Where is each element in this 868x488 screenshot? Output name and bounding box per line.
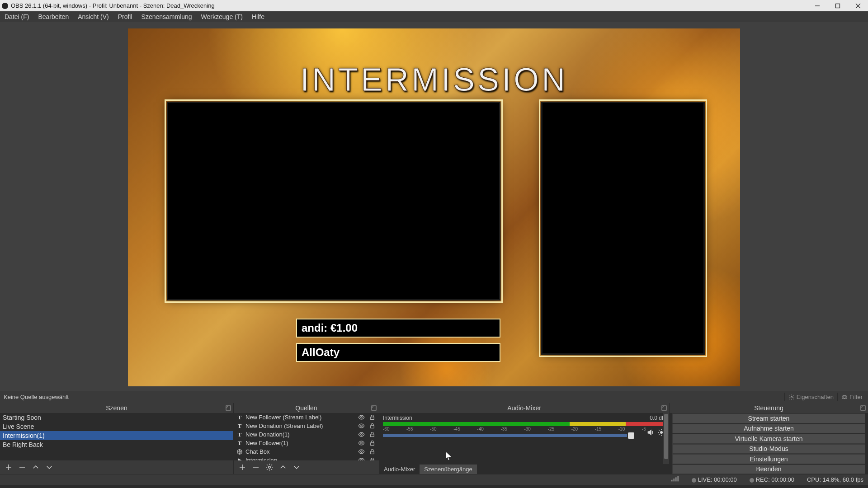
dock-popout-icon[interactable] (225, 405, 231, 411)
menu-profile[interactable]: Profil (113, 11, 137, 22)
mixer-tick: -30 (524, 427, 530, 432)
scene-item-selected[interactable]: Intermission(1) (0, 431, 233, 440)
mixer-tick: -5 (642, 427, 646, 432)
tab-audio-mixer[interactable]: Audio-Mixer (379, 465, 420, 474)
start-vcam-button[interactable]: Virtuelle Kamera starten (672, 434, 865, 444)
preview-frame-large (167, 102, 500, 300)
dock-sources: Quellen TNew Follower (Stream Label)TNew… (234, 403, 379, 474)
source-visibility-toggle[interactable] (357, 457, 365, 460)
menu-scenecollection[interactable]: Szenensammlung (137, 11, 197, 22)
menu-view[interactable]: Ansicht (V) (73, 11, 113, 22)
start-record-button[interactable]: Aufnahme starten (672, 424, 865, 434)
source-visibility-toggle[interactable] (357, 440, 365, 446)
mixer-tick: -40 (477, 427, 483, 432)
status-bar: LIVE: 00:00:00 REC: 00:00:00 CPU: 14.8%,… (0, 474, 868, 485)
source-item[interactable]: Intermission (234, 456, 379, 460)
source-item[interactable]: TNew Donation (Stream Label) (234, 422, 379, 430)
menu-help[interactable]: Hilfe (247, 11, 269, 22)
start-stream-button[interactable]: Stream starten (672, 413, 865, 423)
sources-add-button[interactable] (237, 462, 247, 472)
sources-settings-button[interactable] (264, 462, 274, 472)
scene-item[interactable]: Starting Soon (0, 413, 233, 422)
preview-canvas[interactable]: INTERMISSION andi: €1.00 AllOaty (128, 28, 740, 386)
source-label: Chat Box (245, 448, 269, 455)
mixer-slider-knob[interactable] (628, 432, 634, 439)
dock-sources-header[interactable]: Quellen (234, 403, 379, 413)
scenes-add-button[interactable] (4, 462, 14, 472)
scenes-remove-button[interactable] (17, 462, 27, 472)
source-lock-toggle[interactable] (368, 448, 376, 455)
studio-mode-button[interactable]: Studio-Modus (672, 444, 865, 454)
scenes-up-button[interactable] (31, 462, 41, 472)
scenes-down-button[interactable] (44, 462, 54, 472)
window-minimize-button[interactable] (807, 0, 827, 11)
exit-button[interactable]: Beenden (672, 465, 865, 474)
svg-rect-22 (370, 451, 374, 454)
menu-edit[interactable]: Bearbeiten (33, 11, 73, 22)
dock-popout-icon[interactable] (371, 405, 377, 411)
text-source-icon: T (236, 440, 243, 447)
toolstrip-filter-label: Filter (849, 394, 863, 400)
source-toolstrip: Keine Quelle ausgewählt Eigenschaften Fi… (0, 391, 868, 403)
source-item[interactable]: TNew Donation(1) (234, 430, 379, 439)
mixer-volume-slider[interactable] (383, 434, 627, 437)
browser-source-icon (236, 449, 243, 455)
source-lock-toggle[interactable] (368, 431, 376, 438)
settings-button[interactable]: Einstellungen (672, 454, 865, 464)
preview-donation-label: andi: €1.00 (296, 319, 500, 338)
gear-icon (265, 463, 274, 471)
text-source-icon: T (236, 414, 243, 421)
dock-controls-header[interactable]: Steuerung (670, 403, 868, 413)
svg-rect-35 (675, 477, 677, 481)
dock-mixer-header[interactable]: Audio-Mixer (379, 403, 669, 413)
status-live: LIVE: 00:00:00 (692, 476, 737, 483)
source-visibility-toggle[interactable] (357, 448, 365, 455)
mixer-ticks: -60-55-50-45-40-35-30-25-20-15-10-50 (383, 427, 665, 432)
svg-point-4 (791, 396, 793, 398)
toolstrip-properties-button[interactable]: Eigenschaften (784, 393, 837, 401)
gear-icon (788, 394, 795, 400)
filter-icon (841, 394, 848, 400)
docks-row: Szenen Starting Soon Live Scene Intermis… (0, 403, 868, 474)
chevron-down-icon (45, 463, 53, 471)
scene-item[interactable]: Be Right Back (0, 440, 233, 449)
source-lock-toggle[interactable] (368, 422, 376, 429)
source-lock-toggle[interactable] (368, 440, 376, 446)
sources-remove-button[interactable] (251, 462, 261, 472)
sources-down-button[interactable] (292, 462, 302, 472)
source-item[interactable]: TNew Follower(1) (234, 439, 379, 447)
source-label: New Follower (Stream Label) (245, 414, 321, 421)
toolstrip-filter-button[interactable]: Filter (837, 393, 866, 401)
dock-sources-title: Quellen (295, 404, 317, 412)
window-maximize-button[interactable] (827, 0, 848, 11)
mixer-scrollbar[interactable] (663, 413, 669, 464)
source-label: Intermission (245, 457, 277, 460)
svg-point-29 (269, 466, 271, 469)
mixer-meter (383, 422, 665, 426)
text-source-icon: T (236, 431, 243, 438)
mixer-tick: -20 (571, 427, 578, 432)
window-close-button[interactable] (848, 0, 868, 11)
minus-icon (18, 463, 26, 471)
menu-file[interactable]: Datei (F) (0, 11, 33, 22)
scene-item[interactable]: Live Scene (0, 422, 233, 431)
dock-popout-icon[interactable] (860, 405, 866, 411)
mixer-mute-button[interactable] (646, 428, 655, 438)
mixer-channel-name: Intermission (383, 415, 412, 421)
chevron-down-icon (292, 463, 301, 471)
source-visibility-toggle[interactable] (357, 422, 365, 429)
dock-scenes-header[interactable]: Szenen (0, 403, 233, 413)
menu-tools[interactable]: Werkzeuge (T) (197, 11, 247, 22)
dock-scenes: Szenen Starting Soon Live Scene Intermis… (0, 403, 234, 474)
svg-rect-1 (835, 4, 840, 8)
dock-popout-icon[interactable] (661, 405, 667, 411)
source-lock-toggle[interactable] (368, 457, 376, 460)
tab-scene-transitions[interactable]: Szenenübergänge (420, 465, 476, 474)
sources-up-button[interactable] (278, 462, 288, 472)
source-item[interactable]: TNew Follower (Stream Label) (234, 413, 379, 422)
source-visibility-toggle[interactable] (357, 431, 365, 438)
source-visibility-toggle[interactable] (357, 414, 365, 421)
source-lock-toggle[interactable] (368, 414, 376, 421)
source-item[interactable]: Chat Box (234, 447, 379, 456)
svg-rect-32 (861, 406, 865, 410)
